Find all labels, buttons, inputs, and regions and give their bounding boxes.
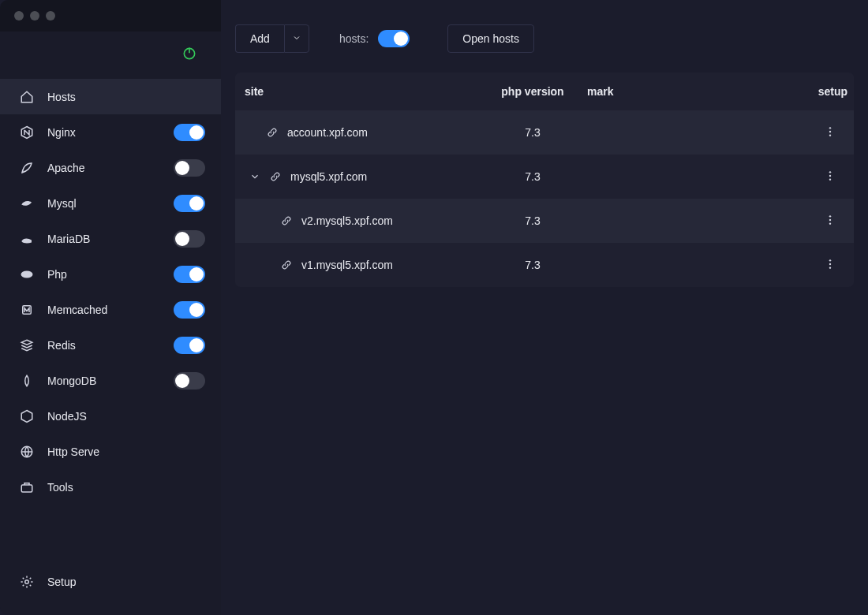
site-name: v2.mysql5.xpf.com [301, 214, 393, 227]
table-row[interactable]: account.xpf.com7.3 [235, 110, 854, 155]
traffic-light-zoom[interactable] [46, 11, 55, 20]
col-setup: setup [806, 85, 854, 98]
sidebar-nav: HostsNginxApacheMysqlMariaDBPhpMemcached… [0, 79, 221, 564]
feather-icon [19, 160, 35, 176]
sidebar-item-label: NodeJS [47, 410, 87, 423]
col-site: site [245, 85, 481, 98]
sidebar-item-label: Tools [47, 481, 73, 494]
row-setup-button[interactable] [819, 121, 841, 144]
link-icon[interactable] [267, 127, 278, 138]
sidebar-item-label: Memcached [47, 304, 107, 316]
sidebar-item-memcached[interactable]: Memcached [0, 292, 221, 327]
sidebar-toggle-php[interactable] [174, 266, 205, 283]
more-vertical-icon [824, 258, 836, 273]
site-name: v1.mysql5.xpf.com [301, 259, 393, 271]
php-icon [19, 266, 35, 282]
sidebar: HostsNginxApacheMysqlMariaDBPhpMemcached… [0, 0, 221, 615]
gear-icon [19, 574, 35, 590]
sidebar-item-nginx[interactable]: Nginx [0, 114, 221, 150]
home-icon [19, 89, 35, 105]
site-name: account.xpf.com [287, 126, 368, 139]
sidebar-item-label: MariaDB [47, 233, 90, 245]
hosts-label: hosts: [339, 32, 369, 45]
sidebar-item-httpserve[interactable]: Http Serve [0, 434, 221, 469]
table-row[interactable]: v2.mysql5.xpf.com7.3 [235, 199, 854, 243]
hosts-table: site php version mark setup account.xpf.… [235, 73, 854, 287]
traffic-light-minimize[interactable] [30, 11, 39, 20]
open-hosts-label: Open hosts [462, 32, 519, 45]
sidebar-item-label: Hosts [47, 91, 76, 103]
hosts-toggle[interactable] [378, 30, 410, 47]
sidebar-item-mysql[interactable]: Mysql [0, 185, 221, 221]
sidebar-item-hosts[interactable]: Hosts [0, 79, 221, 114]
dolphin-icon [19, 196, 35, 211]
hex-icon [19, 408, 35, 424]
sidebar-item-label: Setup [47, 576, 77, 588]
power-icon[interactable] [181, 46, 197, 65]
site-cell: v2.mysql5.xpf.com [245, 214, 481, 227]
sidebar-toggle-apache[interactable] [174, 159, 205, 177]
sidebar-toggle-mongodb[interactable] [174, 372, 205, 390]
sidebar-item-mariadb[interactable]: MariaDB [0, 221, 221, 256]
traffic-light-close[interactable] [14, 11, 24, 20]
php-version: 7.3 [481, 259, 584, 271]
table-row[interactable]: mysql5.xpf.com7.3 [235, 155, 854, 199]
sidebar-toggle-mysql[interactable] [174, 195, 205, 212]
add-dropdown-button[interactable] [284, 24, 309, 53]
site-cell: mysql5.xpf.com [245, 170, 481, 183]
window-titlebar [0, 0, 221, 32]
chevron-down-icon [292, 32, 301, 45]
link-icon[interactable] [281, 215, 292, 226]
row-setup-button[interactable] [819, 166, 841, 188]
row-setup-button[interactable] [819, 254, 841, 276]
col-php: php version [481, 85, 584, 98]
sidebar-item-apache[interactable]: Apache [0, 150, 221, 185]
sidebar-toggle-mariadb[interactable] [174, 230, 205, 248]
seal-icon [19, 231, 35, 247]
sidebar-toggle-memcached[interactable] [174, 301, 205, 319]
sidebar-item-tools[interactable]: Tools [0, 469, 221, 505]
add-button-group: Add [235, 24, 309, 53]
chevron-down-icon[interactable] [249, 171, 260, 182]
sidebar-item-label: Mysql [47, 197, 77, 210]
php-version: 7.3 [481, 170, 584, 183]
php-version: 7.3 [481, 126, 584, 139]
site-cell: v1.mysql5.xpf.com [245, 259, 481, 271]
table-header: site php version mark setup [235, 73, 854, 110]
more-vertical-icon [824, 214, 836, 229]
sidebar-toggle-nginx[interactable] [174, 124, 205, 141]
open-hosts-button[interactable]: Open hosts [447, 24, 534, 53]
more-vertical-icon [824, 170, 836, 184]
sidebar-item-label: Php [47, 268, 67, 281]
link-icon[interactable] [281, 259, 292, 270]
more-vertical-icon [824, 125, 836, 140]
main-content: Add hosts: Open hosts site php version m… [221, 0, 868, 615]
nginx-icon [19, 125, 35, 140]
toolbox-icon [19, 479, 35, 495]
leaf-icon [19, 373, 35, 389]
sidebar-toggle-redis[interactable] [174, 337, 205, 354]
table-row[interactable]: v1.mysql5.xpf.com7.3 [235, 243, 854, 287]
toolbar: Add hosts: Open hosts [235, 24, 854, 54]
php-version: 7.3 [481, 214, 584, 227]
sidebar-item-mongodb[interactable]: MongoDB [0, 363, 221, 398]
row-setup-button[interactable] [819, 210, 841, 232]
site-name: mysql5.xpf.com [290, 170, 367, 183]
sidebar-item-label: Nginx [47, 126, 76, 139]
sidebar-item-nodejs[interactable]: NodeJS [0, 398, 221, 434]
sidebar-item-label: Redis [47, 339, 76, 352]
site-cell: account.xpf.com [245, 126, 481, 139]
sidebar-item-label: MongoDB [47, 375, 96, 387]
sidebar-item-label: Apache [47, 162, 84, 174]
sidebar-item-label: Http Serve [47, 445, 99, 458]
memcached-icon [19, 302, 35, 318]
sidebar-item-php[interactable]: Php [0, 256, 221, 292]
add-button-label: Add [250, 32, 270, 45]
sidebar-item-redis[interactable]: Redis [0, 327, 221, 363]
add-button[interactable]: Add [235, 24, 284, 53]
stack-icon [19, 337, 35, 353]
sidebar-item-setup[interactable]: Setup [19, 564, 205, 599]
link-icon[interactable] [270, 171, 281, 182]
globe-icon [19, 444, 35, 460]
col-mark: mark [584, 85, 806, 98]
